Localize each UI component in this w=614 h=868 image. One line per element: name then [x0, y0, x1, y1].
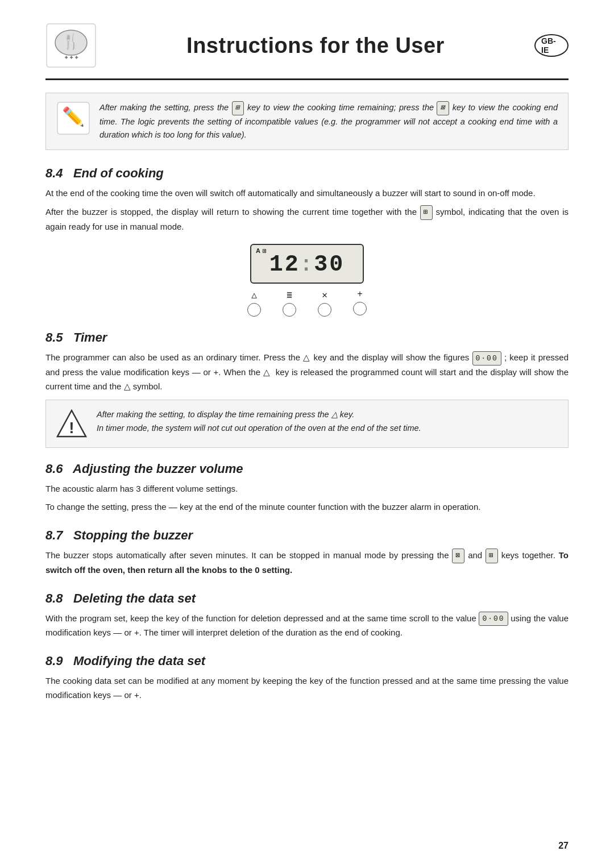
- display-buttons-row: △ ≣ ✕ +: [45, 289, 569, 317]
- warning-box: ! After making the setting, to display t…: [45, 400, 569, 448]
- button-grid: ≣: [283, 289, 296, 317]
- section-8-4: 8.4 End of cooking At the end of the coo…: [45, 166, 569, 317]
- grid-symbol: ≣: [287, 289, 292, 301]
- section-8-4-title: 8.4 End of cooking: [45, 166, 569, 181]
- section-8-6: 8.6 Adjusting the buzzer volume The acou…: [45, 462, 569, 515]
- logo-icon: 🍴 ✦✦✦: [45, 23, 97, 68]
- section-8-7-para-1: The buzzer stops automatically after sev…: [45, 549, 569, 578]
- timer-display-1: 0·00: [472, 351, 501, 366]
- section-8-8-para-1: With the program set, keep the key of th…: [45, 612, 569, 641]
- page: 🍴 ✦✦✦ Instructions for the User GB-IE ✏️…: [0, 0, 614, 868]
- section-8-7: 8.7 Stopping the buzzer The buzzer stops…: [45, 528, 569, 578]
- section-8-6-para-1: The acoustic alarm has 3 different volum…: [45, 482, 569, 496]
- svg-text:🍴: 🍴: [62, 32, 81, 51]
- info-icon: ✏️: [56, 101, 90, 135]
- button-circle-4: [353, 302, 367, 315]
- display-area: A ⊞ 12:30 △ ≣ ✕ +: [45, 244, 569, 317]
- bell-symbol: △: [251, 289, 257, 301]
- section-8-8-title: 8.8 Deleting the data set: [45, 591, 569, 606]
- region-badge: GB-IE: [534, 34, 569, 57]
- plus-symbol: +: [357, 289, 363, 300]
- button-bell: △: [247, 289, 261, 317]
- svg-text:✦✦✦: ✦✦✦: [64, 54, 79, 61]
- section-8-4-para-1: At the end of the cooking time the oven …: [45, 186, 569, 201]
- section-8-6-para-2: To change the setting, press the — key a…: [45, 500, 569, 514]
- key-symbol-2: ⊠: [437, 101, 449, 115]
- button-circle-2: [283, 303, 296, 317]
- svg-text:✏️: ✏️: [62, 106, 85, 127]
- page-title: Instructions for the User: [97, 34, 534, 58]
- info-box: ✏️ After making the setting, press the ⊞…: [45, 93, 569, 150]
- svg-text:!: !: [69, 419, 74, 437]
- button-circle-1: [247, 303, 261, 317]
- section-8-4-para-2: After the buzzer is stopped, the display…: [45, 205, 569, 234]
- button-plus: +: [353, 289, 367, 317]
- warning-icon: !: [56, 408, 88, 439]
- key-symbol-5: ⊞: [486, 549, 498, 563]
- warning-text: After making the setting, to display the…: [97, 408, 421, 435]
- section-8-9-para-1: The cooking data set can be modified at …: [45, 674, 569, 703]
- section-8-5-title: 8.5 Timer: [45, 330, 569, 345]
- button-circle-3: [318, 303, 331, 317]
- section-8-5-para-1: The programmer can also be used as an or…: [45, 351, 569, 393]
- key-symbol-3: ⊞: [420, 205, 433, 219]
- section-8-6-title: 8.6 Adjusting the buzzer volume: [45, 462, 569, 476]
- key-symbol-4: ⊠: [452, 549, 464, 563]
- header: 🍴 ✦✦✦ Instructions for the User GB-IE: [45, 23, 569, 80]
- section-8-7-title: 8.7 Stopping the buzzer: [45, 528, 569, 543]
- section-8-9-title: 8.9 Modifying the data set: [45, 654, 569, 668]
- page-number: 27: [558, 841, 569, 851]
- section-8-9: 8.9 Modifying the data set The cooking d…: [45, 654, 569, 703]
- timer-display-2: 0·00: [479, 612, 508, 626]
- info-box-text: After making the setting, press the ⊞ ke…: [99, 101, 558, 142]
- section-8-5: 8.5 Timer The programmer can also be use…: [45, 330, 569, 447]
- key-symbol-1: ⊞: [232, 101, 244, 115]
- x-symbol: ✕: [322, 289, 327, 301]
- display-screen: A ⊞ 12:30: [250, 244, 364, 284]
- section-8-8: 8.8 Deleting the data set With the progr…: [45, 591, 569, 641]
- button-x: ✕: [318, 289, 331, 317]
